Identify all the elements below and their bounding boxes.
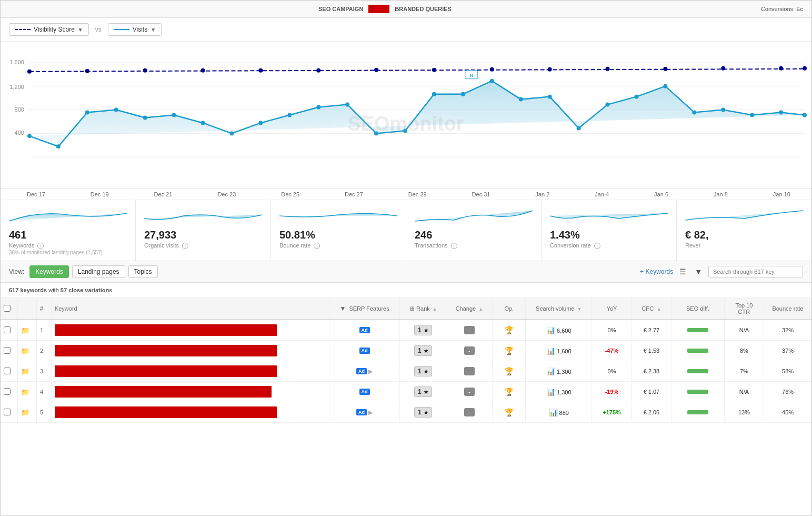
change-badge: - xyxy=(464,367,475,375)
th-seo-diff: SEO diff. xyxy=(671,298,725,320)
seo-campaign-label: SEO CAMPAIGN xyxy=(318,6,363,12)
svg-point-44 xyxy=(316,68,320,73)
view-controls: View: Keywords Landing pages Topics + Ke… xyxy=(1,261,811,283)
row-checkbox-1[interactable] xyxy=(4,326,11,333)
vs-label: vs xyxy=(95,26,102,33)
svg-text:1.200: 1.200 xyxy=(9,84,24,90)
main-container: SEO CAMPAIGN BRANDED QUERIES Conversions… xyxy=(0,0,812,516)
legend-red-box xyxy=(368,5,389,13)
cpc-cell: € 2.06 xyxy=(631,402,671,423)
th-search-volume[interactable]: Search volume ▼ xyxy=(526,298,592,320)
keyword-bar xyxy=(55,365,277,377)
seo-diff-cell xyxy=(671,382,725,402)
svg-text:1.600: 1.600 xyxy=(9,59,24,65)
keywords-label: Keywords i xyxy=(9,242,44,249)
svg-point-13 xyxy=(114,108,118,112)
view-btn-landing-pages[interactable]: Landing pages xyxy=(72,265,125,278)
keywords-sparkline xyxy=(9,205,127,226)
th-change[interactable]: Change ▲ xyxy=(446,298,493,320)
row-checkbox-3[interactable] xyxy=(4,368,11,374)
conversion-rate-value: 1.43% xyxy=(550,229,580,241)
rank-cell: 1 ★ xyxy=(400,382,446,402)
search-volume-cell: 📊 1,300 xyxy=(526,361,592,382)
th-serp-features[interactable]: ▼ SERP Features xyxy=(329,298,400,320)
ad-badge: Ad xyxy=(359,389,370,395)
chart-bar-icon: 📊 xyxy=(546,388,555,396)
svg-point-51 xyxy=(721,66,725,71)
ad-badge: Ad xyxy=(359,348,370,354)
cpc-cell: € 1.07 xyxy=(631,382,671,402)
transactions-info-icon[interactable]: i xyxy=(451,243,457,249)
row-checkbox-5[interactable] xyxy=(4,409,11,415)
view-btn-topics[interactable]: Topics xyxy=(128,265,158,278)
serp-features-cell: Ad xyxy=(329,382,400,402)
sv-sort-icon: ▼ xyxy=(577,306,582,312)
yoy-cell: 0% xyxy=(592,320,631,341)
filter-icon[interactable]: ▼ xyxy=(693,266,704,277)
metric1-dropdown[interactable]: Visibility Score ▼ xyxy=(9,23,89,36)
keyword-bar-cell xyxy=(51,382,329,402)
th-bounce-rate: Bounce rate xyxy=(764,298,811,320)
svg-point-15 xyxy=(172,113,176,117)
chart-controls: Visibility Score ▼ vs Visits ▼ xyxy=(1,18,811,42)
change-cell: - xyxy=(446,382,493,402)
metric-revenue: € 82, Rever xyxy=(677,200,811,261)
th-rank[interactable]: 🖥 Rank ▲ xyxy=(400,298,446,320)
organic-visits-info-icon[interactable]: i xyxy=(182,243,188,249)
svg-point-16 xyxy=(201,121,205,125)
yoy-value: -47% xyxy=(605,348,619,354)
metric2-dropdown[interactable]: Visits ▼ xyxy=(108,23,162,36)
add-keywords-button[interactable]: + Keywords xyxy=(640,268,673,275)
bounce-rate-cell: 58% xyxy=(764,361,811,382)
top10-ctr-cell: 8% xyxy=(724,341,764,361)
serp-features-cell: Ad▶ xyxy=(329,361,400,382)
row-checkbox-4[interactable] xyxy=(4,388,11,395)
metric-keywords: 461 Keywords i 30% of monitored landing … xyxy=(1,200,136,261)
rank-sort-icon: ▲ xyxy=(433,306,437,312)
svg-point-27 xyxy=(519,97,523,102)
svg-point-42 xyxy=(201,68,205,73)
chart-bar-icon: 📊 xyxy=(546,346,555,355)
serp-features-cell: Ad xyxy=(329,341,400,361)
search-volume-cell: 📊 1,300 xyxy=(526,382,592,402)
view-btn-keywords[interactable]: Keywords xyxy=(29,265,69,278)
cpc-cell: € 2.38 xyxy=(631,361,671,382)
video-icon: ▶ xyxy=(368,409,373,416)
search-input[interactable] xyxy=(708,266,803,277)
keywords-count: 617 keywords xyxy=(9,287,47,293)
conversion-rate-label: Conversion rate i xyxy=(550,242,600,249)
rank-cell: 1 ★ xyxy=(400,320,446,341)
change-badge: - xyxy=(464,388,475,396)
seo-diff-bar xyxy=(687,369,708,373)
chart-svg: 1.600 1.200 800 400 xyxy=(1,42,811,188)
change-badge: - xyxy=(464,346,475,355)
svg-point-45 xyxy=(374,68,378,72)
opportunity-cell: 🏆 xyxy=(493,382,526,402)
row-checkbox-2[interactable] xyxy=(4,347,11,354)
chart-bar-icon: 📊 xyxy=(546,326,555,334)
th-select-all xyxy=(1,298,17,320)
bounce-rate-sparkline xyxy=(279,205,397,226)
organic-visits-sparkline xyxy=(144,205,262,226)
th-cpc[interactable]: CPC ▲ xyxy=(631,298,671,320)
seo-diff-bar xyxy=(687,328,708,332)
th-num: # xyxy=(36,298,51,320)
x-label-dec27: Dec 27 xyxy=(345,191,363,197)
table-section: 617 keywords with 57 close variations # … xyxy=(1,283,811,515)
yoy-cell: 0% xyxy=(592,361,631,382)
keywords-info-icon[interactable]: i xyxy=(37,243,44,249)
yoy-cell: -19% xyxy=(592,382,631,402)
svg-point-49 xyxy=(606,67,610,71)
conversion-rate-info-icon[interactable]: i xyxy=(594,243,600,249)
transactions-sparkline xyxy=(415,205,533,226)
folder-icon: 📁 xyxy=(21,326,29,334)
svg-point-37 xyxy=(803,113,807,117)
columns-icon[interactable]: ☰ xyxy=(677,266,688,277)
svg-text:800: 800 xyxy=(15,106,24,113)
bounce-rate-cell: 45% xyxy=(764,402,811,423)
svg-point-52 xyxy=(779,66,783,71)
bounce-rate-info-icon[interactable]: i xyxy=(314,243,320,249)
svg-point-24 xyxy=(432,92,436,96)
select-all-checkbox[interactable] xyxy=(4,305,11,312)
row-num: 5. xyxy=(36,402,51,423)
